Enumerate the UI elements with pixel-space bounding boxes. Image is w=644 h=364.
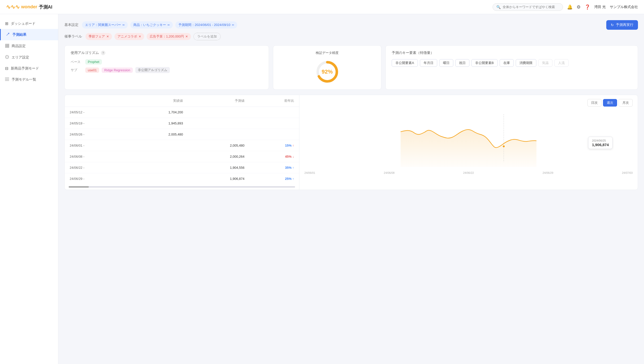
algo-base-row: ベース Prophet — [71, 59, 263, 64]
cell-yoy: 15% ↑ — [250, 140, 299, 151]
factor-tag-2: 曜日 — [439, 59, 453, 67]
algo-title-text: 使用アルゴリズム — [71, 51, 99, 55]
label-bar: 催事ラベル 季節フェア ✕ アニメコラボ ✕ 広告予算：1,200,000円 ✕… — [64, 33, 638, 40]
accuracy-title: 検証データ精度 — [316, 51, 339, 55]
search-icon: 🔍 — [496, 5, 501, 9]
sidebar-item-area[interactable]: ◎ エリア設定 — [0, 52, 58, 63]
cell-yoy — [250, 129, 299, 140]
x-label-3: 24/06/29 — [543, 171, 553, 174]
cell-yoy: 45% ↓ — [250, 151, 299, 162]
yoy-arrow-icon: ↑ — [293, 166, 294, 170]
algo-base-value: Prophet — [85, 59, 102, 64]
algo-base-label: ベース — [71, 60, 83, 64]
x-label-2: 24/06/22 — [463, 171, 474, 174]
sidebar-item-model-list[interactable]: ▤ 予測モデル一覧 — [0, 74, 58, 85]
sidebar-item-new-mode[interactable]: ⊟ 新商品予測モード — [0, 63, 58, 74]
yoy-pct: 45% — [285, 155, 293, 158]
gear-icon[interactable]: ⚙ — [577, 4, 581, 10]
scrollbar-thumb[interactable] — [69, 186, 89, 188]
search-input[interactable] — [503, 5, 559, 9]
table-row: 24/05/12 -1,704,200 — [65, 107, 299, 118]
logo-icon: ∿∿∿ — [6, 4, 20, 10]
help-icon[interactable]: ❓ — [585, 4, 590, 10]
chart-btn-monthly[interactable]: 月次 — [619, 99, 633, 107]
factor-tag-5: 在庫 — [500, 59, 514, 67]
edit-icon: ✏ — [232, 23, 234, 27]
cell-date: 24/05/12 - — [65, 107, 127, 118]
x-label-0: 24/06/01 — [304, 171, 315, 174]
sidebar: ⊞ ダッシュボード ↗ 予測結果 ▦ 商品設定 ◎ エリア設定 ⊟ 新商品予測モ… — [0, 14, 58, 364]
header-right: 🔍 🔔 ⚙ ❓ 湾田 光 サンプル株式会社 — [493, 3, 638, 11]
product-pill[interactable]: 商品：いちごクッキー ✏ — [130, 21, 173, 28]
close-icon[interactable]: ✕ — [139, 35, 141, 38]
sidebar-item-shohin[interactable]: ▦ 商品設定 — [0, 40, 58, 52]
new-mode-icon: ⊟ — [5, 66, 8, 71]
label-tag-1: アニメコラボ ✕ — [114, 33, 144, 40]
cell-date: 24/06/22 - — [65, 162, 127, 173]
x-labels: 24/06/01 24/06/08 24/06/22 24/06/29 24/0… — [304, 170, 633, 174]
algo-sub-2: 非公開アルゴリズム — [135, 67, 170, 73]
rerun-button[interactable]: ↻ 予測再実行 — [606, 20, 638, 30]
cell-forecast — [188, 129, 249, 140]
cell-date: 24/05/26 - — [65, 129, 127, 140]
tooltip-date: 2024/06/25 — [592, 139, 609, 142]
add-label-button[interactable]: ラベルを追加 — [193, 33, 221, 40]
cell-yoy: 35% ↑ — [250, 162, 299, 173]
cell-forecast: 2,000,264 — [188, 151, 249, 162]
area-icon: ◎ — [5, 55, 9, 60]
accuracy-value: 92% — [322, 69, 333, 75]
factors-card: 予測のキー要素（特徴量） 非公開要素A 年月日 曜日 祝日 非公開要素B 在庫 … — [385, 45, 638, 90]
algo-title: 使用アルゴリズム ? — [71, 51, 263, 55]
cell-actual: 2,005,480 — [127, 129, 188, 140]
label-tag-0: 季節フェア ✕ — [86, 33, 112, 40]
svg-point-3 — [503, 145, 505, 148]
scrollbar-track — [69, 186, 295, 188]
factor-tag-4: 非公開要素B — [471, 59, 498, 67]
factors-title: 予測のキー要素（特徴量） — [392, 51, 632, 55]
table-row: 24/06/29 -1,906,87425% ↑ — [65, 173, 299, 184]
yosoku-icon: ↗ — [6, 32, 10, 37]
chart-svg — [304, 109, 633, 170]
factor-tag-1: 年月日 — [420, 59, 437, 67]
help-badge[interactable]: ? — [101, 51, 105, 55]
cell-yoy: 25% ↑ — [250, 173, 299, 184]
sidebar-item-label: 予測結果 — [12, 32, 26, 37]
yoy-arrow-icon: ↑ — [293, 144, 294, 147]
x-label-4: 24/07/03 — [622, 171, 633, 174]
close-icon[interactable]: ✕ — [106, 35, 109, 38]
cell-forecast: 1,906,874 — [188, 173, 249, 184]
close-icon[interactable]: ✕ — [185, 35, 188, 38]
chart-btn-weekly[interactable]: 週次 — [603, 99, 617, 107]
cell-forecast — [188, 107, 249, 118]
sidebar-item-yosoku[interactable]: ↗ 予測結果 — [0, 29, 58, 40]
bell-icon[interactable]: 🔔 — [567, 4, 573, 10]
product-pill-text: 商品：いちごクッキー — [133, 23, 166, 27]
factor-tag-6: 消費期限 — [516, 59, 536, 67]
yoy-arrow-icon: ↓ — [293, 155, 294, 158]
factors-grid: 非公開要素A 年月日 曜日 祝日 非公開要素B 在庫 消費期限 気温 人流 — [392, 59, 632, 67]
cell-date: 24/06/29 - — [65, 173, 127, 184]
add-label-text: ラベルを追加 — [197, 34, 217, 39]
sidebar-item-label: 予測モデル一覧 — [12, 77, 36, 82]
col-yoy: 前年比 — [250, 95, 299, 107]
layout: ⊞ ダッシュボード ↗ 予測結果 ▦ 商品設定 ◎ エリア設定 ⊟ 新商品予測モ… — [0, 14, 644, 364]
edit-icon: ✏ — [168, 23, 170, 27]
sidebar-item-label: 商品設定 — [12, 44, 26, 48]
logo: ∿∿∿ wonder 予測AI — [6, 4, 52, 10]
search-box[interactable]: 🔍 — [493, 3, 563, 11]
chart-btn-daily[interactable]: 日次 — [587, 99, 601, 107]
header-icons: 🔔 ⚙ ❓ — [567, 4, 590, 10]
sidebar-item-label: 新商品予測モード — [11, 66, 39, 71]
model-list-icon: ▤ — [5, 77, 9, 82]
period-pill[interactable]: 予測期間：2024/06/01 - 2024/09/10 ✏ — [175, 21, 237, 28]
factor-tag-3: 祝日 — [455, 59, 469, 67]
yoy-arrow-icon: ↑ — [293, 177, 294, 181]
x-label-1: 24/06/08 — [384, 171, 395, 174]
cell-date: 24/06/08 - — [65, 151, 127, 162]
chart-area: 日次 週次 月次 — [299, 95, 638, 190]
cell-yoy — [250, 107, 299, 118]
tooltip-value: 1,906,874 — [592, 142, 609, 147]
cell-forecast: 2,005,480 — [188, 140, 249, 151]
area-pill[interactable]: エリア：関東圏スーパー ✏ — [82, 21, 128, 28]
sidebar-item-dashboard[interactable]: ⊞ ダッシュボード — [0, 18, 58, 29]
